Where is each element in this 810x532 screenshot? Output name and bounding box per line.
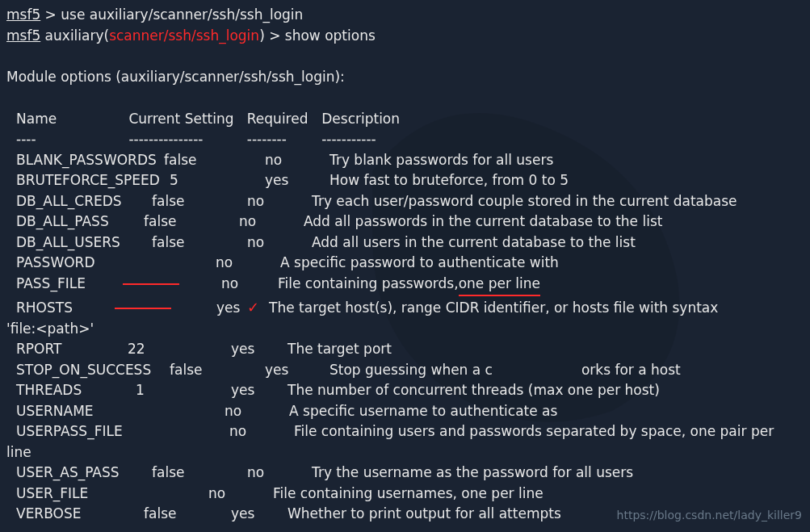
opt-db-all-creds: DB_ALL_CREDSfalsenoTry each user/passwor… [6, 191, 804, 212]
opt-rhosts-cont: 'file:<path>' [6, 319, 804, 340]
prompt-line-2: msf5 auxiliary(scanner/ssh/ssh_login) > … [6, 26, 804, 47]
annotation-underline-icon [123, 283, 179, 285]
opt-user-as-pass: USER_AS_PASSfalsenoTry the username as t… [6, 463, 804, 484]
module-path: scanner/ssh/ssh_login [109, 27, 259, 44]
col-description: Description [321, 109, 400, 130]
command-text: use auxiliary/scanner/ssh/ssh_login [61, 6, 303, 23]
col-required: Required [247, 109, 317, 130]
opt-password: PASSWORDnoA specific password to authent… [6, 253, 804, 274]
opt-bruteforce-speed: BRUTEFORCE_SPEED5yesHow fast to brutefor… [6, 170, 804, 191]
opt-blank-passwords: BLANK_PASSWORDSfalsenoTry blank password… [6, 150, 804, 171]
opt-username: USERNAMEnoA specific username to authent… [6, 401, 804, 422]
opt-rhosts: RHOSTSyes✓The target host(s), range CIDR… [6, 296, 804, 319]
options-dash-row: ---- --------------- -------- ----------… [6, 129, 804, 150]
opt-pass-file: PASS_FILEnoFile containing passwords, on… [6, 274, 804, 297]
module-options-header: Module options (auxiliary/scanner/ssh/ss… [6, 67, 804, 88]
command-text: show options [285, 27, 376, 44]
col-setting: Current Setting [128, 109, 242, 130]
opt-userpass-file: USERPASS_FILEnoFile containing users and… [6, 421, 804, 442]
opt-userpass-cont: line [6, 442, 804, 463]
opt-threads: THREADS1yesThe number of concurrent thre… [6, 380, 804, 401]
check-icon: ✓ [247, 296, 259, 318]
watermark: https://blog.csdn.net/lady_killer9 [617, 507, 802, 524]
msf-prompt: msf5 [6, 27, 40, 44]
prompt-line-1: msf5 > use auxiliary/scanner/ssh/ssh_log… [6, 5, 804, 26]
options-header-row: Name Current Setting Required Descriptio… [6, 109, 804, 130]
annotation-underline-icon [115, 308, 171, 309]
opt-stop-on-success: STOP_ON_SUCCESSfalseyesStop guessing whe… [6, 360, 804, 381]
terminal-output: msf5 > use auxiliary/scanner/ssh/ssh_log… [6, 5, 804, 525]
opt-db-all-users: DB_ALL_USERSfalsenoAdd all users in the … [6, 232, 804, 253]
msf-prompt: msf5 [6, 6, 40, 23]
opt-db-all-pass: DB_ALL_PASSfalsenoAdd all passwords in t… [6, 212, 804, 232]
annotation-underline: one per line [459, 274, 540, 297]
opt-rport: RPORT22yesThe target port [6, 339, 804, 360]
col-name: Name [16, 109, 124, 130]
opt-user-file: USER_FILEnoFile containing usernames, on… [6, 484, 804, 505]
